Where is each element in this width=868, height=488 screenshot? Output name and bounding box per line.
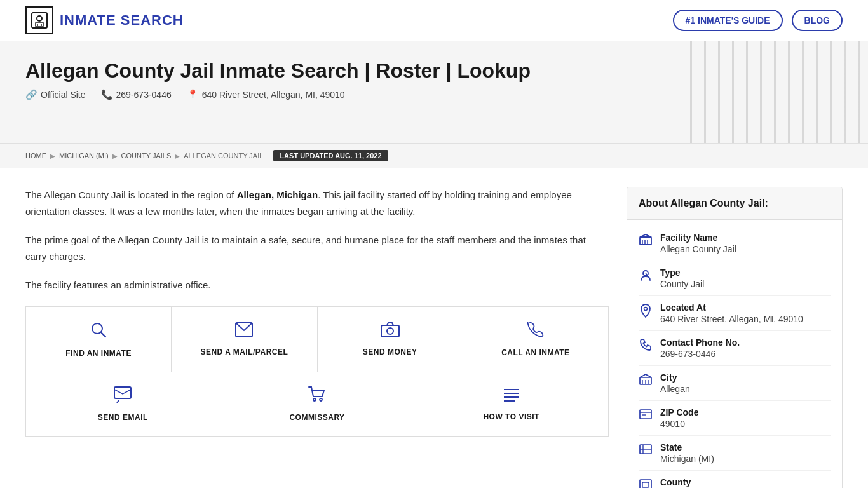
city-value: Allegan [660,384,690,394]
location-content: Located At 640 River Street, Allegan, MI… [660,302,803,324]
phone-icon-sidebar [639,339,653,355]
svg-rect-35 [640,480,651,488]
svg-rect-8 [381,325,399,337]
commissary-label: COMMISSARY [289,413,344,422]
city-icon [639,374,653,388]
header: INMATE SEARCH #1 INMATE'S GUIDE BLOG [0,0,868,41]
breadcrumb-sep-1: ▶ [50,152,55,159]
info-row-facility: Facility Name Allegan County Jail [639,226,831,261]
location-value: 640 River Street, Allegan, MI, 49010 [660,314,803,324]
svg-line-6 [101,332,105,337]
breadcrumb: HOME ▶ MICHIGAN (MI) ▶ COUNTY JAILS ▶ AL… [0,143,868,168]
type-icon [639,269,653,285]
official-site-label: Official Site [41,90,86,100]
guide-button[interactable]: #1 INMATE'S GUIDE [673,10,783,31]
city-label: City [660,372,690,383]
info-row-location: Located At 640 River Street, Allegan, MI… [639,296,831,331]
breadcrumb-sep-2: ▶ [112,152,118,159]
header-nav: #1 INMATE'S GUIDE BLOG [673,10,843,31]
type-value: County Jail [660,279,704,289]
logo-text: INMATE SEARCH [60,12,184,29]
last-updated-badge: LAST UPDATED AUG. 11, 2022 [273,150,388,161]
link-icon: 🔗 [25,89,37,100]
search-icon [90,321,107,342]
paragraph-3: The facility features an administrative … [25,277,609,294]
hero-meta: 🔗 Official Site 📞 269-673-0446 📍 640 Riv… [25,89,843,100]
phone-content: Contact Phone No. 269-673-0446 [660,337,740,359]
info-row-state: State Michigan (MI) [639,436,831,471]
county-content: County Allegan County [660,477,721,488]
breadcrumb-home[interactable]: HOME [25,152,46,159]
find-inmate-label: FIND AN INMATE [65,349,132,358]
location-icon [639,304,653,321]
page-title: Allegan County Jail Inmate Search | Rost… [25,59,843,83]
info-row-county: County Allegan County [639,471,831,488]
cart-icon [308,386,326,407]
main-layout: The Allegan County Jail is located in th… [0,168,868,488]
action-grid: FIND AN INMATE SEND A MAIL/PARCEL [25,306,609,437]
zip-icon [639,409,653,423]
send-email-cell[interactable]: SEND EMAIL [26,372,220,437]
sidebar: About Allegan County Jail: Facility Name… [627,187,843,488]
breadcrumb-county-jails[interactable]: COUNTY JAILS [121,152,172,159]
camera-icon [381,322,400,341]
call-inmate-cell[interactable]: CALL AN INMATE [463,307,608,372]
mail-icon [235,322,253,341]
chat-icon [114,386,132,407]
info-row-type: Type County Jail [639,261,831,296]
send-money-cell[interactable]: SEND MONEY [318,307,463,372]
phone-meta: 📞 269-673-0446 [101,89,172,100]
how-to-visit-label: HOW TO VISIT [483,412,539,421]
county-icon [639,478,653,488]
svg-point-24 [644,308,648,311]
location-label: Located At [660,302,803,313]
address-meta: 📍 640 River Street, Allegan, MI, 49010 [187,89,345,100]
about-card: About Allegan County Jail: Facility Name… [627,187,843,488]
blog-button[interactable]: BLOG [792,10,843,31]
svg-point-9 [387,328,393,334]
call-inmate-label: CALL AN INMATE [501,348,569,357]
zip-content: ZIP Code 49010 [660,407,698,429]
state-content: State Michigan (MI) [660,442,714,464]
city-content: City Allegan [660,372,690,394]
action-row-1: FIND AN INMATE SEND A MAIL/PARCEL [26,307,608,372]
svg-point-13 [320,398,322,401]
svg-point-1 [37,16,42,21]
svg-line-23 [646,273,648,275]
send-mail-cell[interactable]: SEND A MAIL/PARCEL [172,307,317,372]
send-money-label: SEND MONEY [363,348,417,356]
state-value: Michigan (MI) [660,454,714,464]
zip-label: ZIP Code [660,407,698,417]
logo-area: INMATE SEARCH [25,6,184,34]
svg-rect-18 [640,237,651,245]
county-label: County [660,477,721,487]
paragraph-1: The Allegan County Jail is located in th… [25,187,609,219]
about-card-header: About Allegan County Jail: [627,187,842,220]
find-inmate-cell[interactable]: FIND AN INMATE [26,307,172,372]
paragraph-2: The prime goal of the Allegan County Jai… [25,232,609,264]
state-icon [639,444,653,458]
info-row-phone: Contact Phone No. 269-673-0446 [639,331,831,366]
content-area: The Allegan County Jail is located in th… [25,187,609,488]
send-mail-label: SEND A MAIL/PARCEL [200,348,288,356]
list-icon [503,387,520,406]
map-icon-hero: 📍 [187,89,199,100]
official-site-link[interactable]: 🔗 Official Site [25,89,86,100]
action-row-2: SEND EMAIL COMMISSARY [26,372,608,437]
type-label: Type [660,268,704,278]
svg-rect-2 [36,22,43,27]
svg-point-12 [313,398,316,401]
facility-value: Allegan County Jail [660,244,736,254]
breadcrumb-michigan[interactable]: MICHIGAN (MI) [59,152,109,159]
how-to-visit-cell[interactable]: HOW TO VISIT [414,372,608,437]
state-label: State [660,442,714,452]
breadcrumb-current: ALLEGAN COUNTY JAIL [184,152,263,159]
facility-content: Facility Name Allegan County Jail [660,233,736,254]
info-row-city: City Allegan [639,366,831,401]
about-card-body: Facility Name Allegan County Jail Type C… [627,220,842,488]
logo-icon [25,6,53,34]
facility-label: Facility Name [660,233,736,243]
commissary-cell[interactable]: COMMISSARY [220,372,415,437]
phone-label: Contact Phone No. [660,337,740,348]
info-row-zip: ZIP Code 49010 [639,401,831,436]
